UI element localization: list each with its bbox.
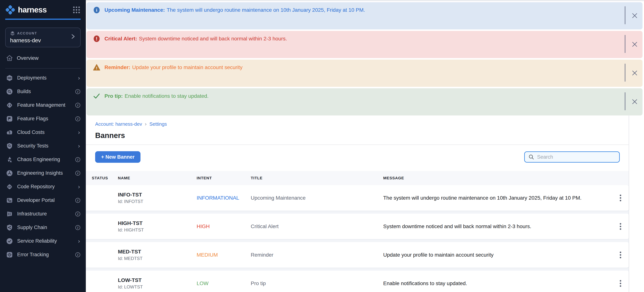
banner-name: LOW-TST — [118, 277, 197, 283]
page-title: Banners — [95, 131, 635, 145]
banner-stack: i Upcoming Maintenance:The system will u… — [86, 1, 644, 116]
sidebar-item-error-tracking[interactable]: Error Tracking i — [0, 248, 86, 262]
search-box — [524, 151, 620, 162]
sidebar-item-label: Overview — [17, 55, 38, 61]
banner-id: Id: INFOTST — [118, 199, 197, 204]
info-icon: i — [75, 89, 80, 94]
table-body: INFO-TST Id: INFOTST INFORMATIONAL Upcom… — [86, 185, 629, 292]
chevron-right-icon: › — [78, 130, 80, 135]
sidebar-item-security-tests[interactable]: Security Tests › — [0, 139, 86, 153]
code-repository-icon — [6, 183, 13, 190]
search-icon — [528, 154, 534, 160]
title-value: Reminder — [251, 252, 383, 258]
banners-table: STATUS NAME INTENT TITLE MESSAGE INFO-TS… — [86, 171, 644, 292]
banner-label: Pro tip: — [104, 93, 123, 99]
sidebar: harness ACCOUNT harness-dev Overview — [0, 0, 86, 292]
banner-label: Upcoming Maintenance: — [104, 7, 165, 13]
home-icon — [6, 55, 13, 62]
info-icon: i — [75, 157, 80, 162]
sidebar-item-supply-chain[interactable]: Supply Chain i — [0, 221, 86, 234]
logo-row: harness — [0, 0, 86, 15]
security-tests-icon — [6, 143, 13, 149]
supply-chain-icon — [6, 224, 13, 231]
close-icon[interactable] — [632, 70, 638, 76]
intent-value: HIGH — [197, 223, 251, 229]
account-selector[interactable]: ACCOUNT harness-dev — [5, 27, 80, 47]
sidebar-item-chaos-engineering[interactable]: Chaos Engineering i — [0, 153, 86, 166]
search-input[interactable] — [537, 154, 616, 160]
content-right-border — [629, 114, 629, 292]
chevron-right-icon: › — [78, 75, 80, 81]
message-value: System downtime noticed and will back no… — [383, 223, 612, 229]
banner-message: System downtime noticed and will back no… — [139, 36, 287, 41]
check-icon — [93, 92, 100, 100]
sidebar-item-feature-flags[interactable]: Feature Flags i — [0, 112, 86, 126]
info-icon: i — [75, 116, 80, 121]
info-icon: i — [75, 171, 80, 176]
row-menu-icon[interactable] — [618, 279, 623, 288]
close-icon[interactable] — [632, 13, 638, 19]
chevron-right-icon — [70, 33, 76, 41]
column-header-intent: INTENT — [197, 176, 251, 180]
info-icon: i — [75, 198, 80, 203]
warning-triangle-icon: ! — [93, 64, 100, 71]
table-row: INFO-TST Id: INFOTST INFORMATIONAL Upcom… — [86, 185, 629, 211]
banner-name: MED-TST — [118, 249, 197, 255]
svg-text:!: ! — [96, 66, 98, 70]
logo-text: harness — [18, 5, 47, 14]
banner-close-divider — [625, 6, 625, 24]
harness-logo-icon — [5, 5, 15, 15]
sidebar-item-code-repository[interactable]: Code Repository › — [0, 180, 86, 193]
feature-management-icon — [6, 102, 13, 109]
banner-reminder: ! Reminder:Update your profile to mainta… — [86, 60, 642, 87]
intent-value: LOW — [197, 281, 251, 287]
engineering-insights-icon — [6, 170, 13, 177]
svg-text:i: i — [96, 8, 98, 12]
row-menu-icon[interactable] — [618, 193, 623, 203]
message-value: Update your profile to maintain account … — [383, 252, 612, 258]
message-value: The system will undergo routine maintena… — [383, 195, 612, 201]
breadcrumb-separator-icon: › — [144, 121, 147, 127]
title-value: Pro tip — [251, 281, 383, 287]
sidebar-item-deployments[interactable]: Deployments › — [0, 71, 86, 85]
breadcrumb-settings-link[interactable]: Settings — [150, 121, 167, 127]
table-row: HIGH-TST Id: HIGHTST HIGH Critical Alert… — [86, 214, 629, 239]
new-banner-button[interactable]: + New Banner — [95, 151, 140, 163]
main-content: i Upcoming Maintenance:The system will u… — [86, 0, 644, 292]
table-row: LOW-TST Id: LOWTST LOW Pro tip Enable no… — [86, 271, 629, 292]
sidebar-item-overview[interactable]: Overview — [0, 54, 86, 63]
cloud-costs-icon: $ — [6, 129, 13, 136]
title-value: Critical Alert — [251, 223, 383, 229]
banner-message: The system will undergo routine maintena… — [167, 7, 365, 13]
account-label: ACCOUNT — [17, 31, 37, 35]
sidebar-item-feature-management[interactable]: Feature Management i — [0, 98, 86, 112]
row-menu-icon[interactable] — [618, 222, 623, 231]
banner-id: Id: MEDTST — [118, 256, 197, 261]
sidebar-item-infrastructure[interactable]: Infrastructure i — [0, 207, 86, 221]
info-icon: i — [75, 212, 80, 216]
sidebar-item-engineering-insights[interactable]: Engineering Insights i — [0, 166, 86, 180]
table-header-row: STATUS NAME INTENT TITLE MESSAGE — [86, 171, 629, 185]
sidebar-item-builds[interactable]: Builds i — [0, 85, 86, 98]
banner-name: INFO-TST — [118, 192, 197, 198]
chaos-engineering-icon — [6, 156, 13, 163]
banner-close-divider — [625, 92, 625, 110]
close-icon[interactable] — [632, 99, 638, 105]
close-icon[interactable] — [632, 41, 638, 47]
apps-grid-icon[interactable] — [73, 6, 80, 13]
column-header-name: NAME — [118, 176, 197, 180]
intent-value: MEDIUM — [197, 252, 251, 258]
sidebar-item-cloud-costs[interactable]: $ Cloud Costs › — [0, 126, 86, 139]
column-header-status: STATUS — [86, 176, 118, 180]
alert-circle-icon: ! — [93, 35, 100, 42]
row-menu-icon[interactable] — [618, 250, 623, 260]
account-name: harness-dev — [10, 37, 41, 44]
breadcrumb-account-link[interactable]: Account: harness-dev — [95, 121, 142, 127]
sidebar-item-developer-portal[interactable]: Developer Portal i — [0, 193, 86, 207]
service-reliability-icon — [6, 238, 13, 245]
banner-message: Enable notifications to stay updated. — [124, 93, 208, 99]
banner-label: Reminder: — [104, 64, 130, 70]
chevron-right-icon: › — [78, 238, 80, 244]
sidebar-item-service-reliability[interactable]: Service Reliability › — [0, 234, 86, 248]
svg-text:$: $ — [9, 131, 10, 134]
